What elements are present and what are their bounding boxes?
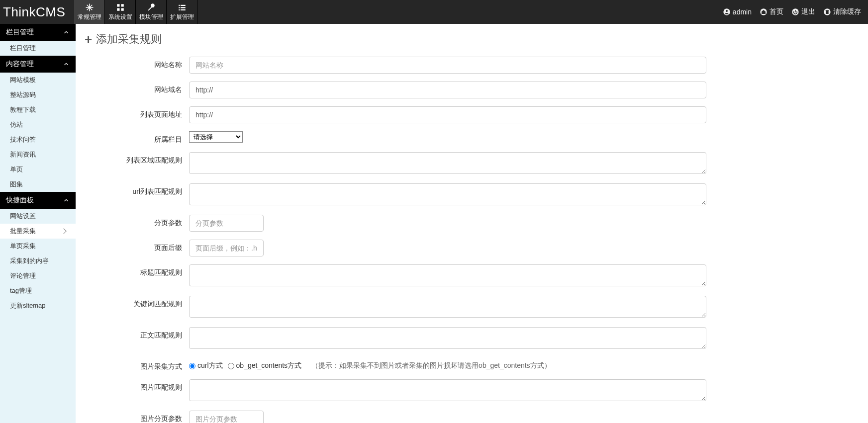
clear-cache-link[interactable]: 清除缓存	[823, 7, 861, 16]
textarea-body-rule[interactable]	[189, 327, 706, 349]
svg-rect-15	[826, 10, 828, 14]
svg-rect-5	[181, 4, 186, 5]
svg-rect-1	[121, 4, 123, 6]
main-content: + 添加采集规则 网站名称 网站域名 列表页面地址 所属栏目 请选择 列表区域匹…	[76, 24, 868, 423]
sidebar-item-news[interactable]: 新闻资讯	[0, 147, 76, 162]
chevron-up-icon	[63, 197, 70, 204]
label-list-area-rule: 列表区域匹配规则	[85, 152, 189, 165]
snowflake-icon	[85, 3, 94, 12]
svg-rect-0	[117, 4, 119, 6]
svg-rect-7	[181, 7, 186, 8]
list-icon	[178, 3, 187, 12]
page-title: + 添加采集规则	[85, 32, 856, 47]
sidebar-item-column-manage[interactable]: 栏目管理	[0, 41, 76, 56]
sidebar-group-content[interactable]: 内容管理	[0, 56, 76, 73]
sidebar-group-column[interactable]: 栏目管理	[0, 24, 76, 41]
chevron-right-icon	[61, 228, 66, 234]
sidebar-item-tag[interactable]: tag管理	[0, 283, 76, 298]
sidebar-item-single-page[interactable]: 单页	[0, 162, 76, 177]
svg-rect-3	[121, 8, 123, 10]
label-image-method: 图片采集方式	[85, 358, 189, 371]
plus-icon: +	[85, 33, 92, 46]
radio-curl[interactable]: curl方式	[189, 361, 223, 370]
svg-rect-6	[179, 7, 180, 8]
logo[interactable]: ThinkCMS	[0, 0, 74, 24]
tab-general-manage[interactable]: 常规管理	[74, 0, 105, 24]
textarea-url-list-rule[interactable]	[189, 183, 706, 205]
label-paging-param: 分页参数	[85, 215, 189, 228]
sidebar-item-single-collect[interactable]: 单页采集	[0, 239, 76, 254]
textarea-title-rule[interactable]	[189, 264, 706, 286]
image-method-tip: （提示：如果采集不到图片或者采集的图片损坏请选用ob_get_contents方…	[311, 361, 551, 370]
grid-icon	[116, 3, 125, 12]
textarea-keyword-rule[interactable]	[189, 296, 706, 318]
label-title-rule: 标题匹配规则	[85, 264, 189, 277]
sidebar-item-templates[interactable]: 网站模板	[0, 73, 76, 87]
label-site-domain: 网站域名	[85, 82, 189, 94]
sidebar-item-comments[interactable]: 评论管理	[0, 268, 76, 283]
label-list-url: 列表页面地址	[85, 106, 189, 119]
wrench-icon	[147, 3, 156, 12]
svg-rect-8	[179, 9, 180, 10]
input-site-name[interactable]	[189, 57, 706, 74]
label-keyword-rule: 关键词匹配规则	[85, 296, 189, 309]
home-link[interactable]: 首页	[760, 7, 783, 16]
svg-point-11	[726, 10, 728, 12]
svg-rect-16	[826, 10, 829, 10]
user-menu[interactable]: admin	[723, 8, 752, 16]
logout-link[interactable]: 退出	[791, 7, 815, 16]
tab-module-manage[interactable]: 模块管理	[136, 0, 167, 24]
top-tabs: 常规管理 系统设置 模块管理 扩展管理	[74, 0, 197, 24]
header-right: admin 首页 退出 清除缓存	[716, 0, 868, 24]
chevron-up-icon	[63, 61, 70, 68]
sidebar-item-tutorials[interactable]: 教程下载	[0, 102, 76, 117]
label-site-name: 网站名称	[85, 57, 189, 70]
sidebar: 栏目管理 栏目管理 内容管理 网站模板 整站源码 教程下载 仿站 技术问答 新闻…	[0, 24, 76, 423]
label-body-rule: 正文匹配规则	[85, 327, 189, 340]
sidebar-item-site-settings[interactable]: 网站设置	[0, 209, 76, 224]
input-page-suffix[interactable]	[189, 240, 264, 256]
trash-icon	[823, 8, 831, 16]
radio-obget[interactable]: ob_get_contents方式	[228, 361, 302, 370]
header-bar: ThinkCMS 常规管理 系统设置 模块管理 扩展管理 admin 首页	[0, 0, 868, 24]
sidebar-item-source[interactable]: 整站源码	[0, 87, 76, 102]
input-list-url[interactable]	[189, 106, 706, 123]
sidebar-item-collected[interactable]: 采集到的内容	[0, 254, 76, 268]
sidebar-item-batch-collect[interactable]: 批量采集	[0, 224, 76, 239]
sidebar-item-sitemap[interactable]: 更新sitemap	[0, 298, 76, 313]
textarea-list-area-rule[interactable]	[189, 152, 706, 174]
sidebar-item-qa[interactable]: 技术问答	[0, 132, 76, 147]
home-icon	[760, 8, 768, 16]
svg-rect-2	[117, 8, 119, 10]
sidebar-group-panel[interactable]: 快捷面板	[0, 192, 76, 209]
svg-rect-4	[179, 4, 180, 5]
user-icon	[723, 8, 731, 16]
label-image-rule: 图片匹配规则	[85, 379, 189, 392]
input-site-domain[interactable]	[189, 82, 706, 98]
label-image-paging: 图片分页参数	[85, 411, 189, 423]
sidebar-item-gallery[interactable]: 图集	[0, 177, 76, 192]
input-image-paging[interactable]	[189, 411, 264, 423]
sidebar-item-clone[interactable]: 仿站	[0, 117, 76, 132]
input-paging-param[interactable]	[189, 215, 264, 232]
logout-icon	[791, 8, 799, 16]
svg-rect-9	[181, 9, 186, 10]
label-column: 所属栏目	[85, 131, 189, 144]
tab-extension-manage[interactable]: 扩展管理	[167, 0, 197, 24]
textarea-image-rule[interactable]	[189, 379, 706, 401]
tab-system-settings[interactable]: 系统设置	[105, 0, 136, 24]
chevron-up-icon	[63, 29, 70, 36]
label-url-list-rule: url列表匹配规则	[85, 183, 189, 196]
label-page-suffix: 页面后缀	[85, 240, 189, 253]
select-column[interactable]: 请选择	[189, 131, 243, 143]
